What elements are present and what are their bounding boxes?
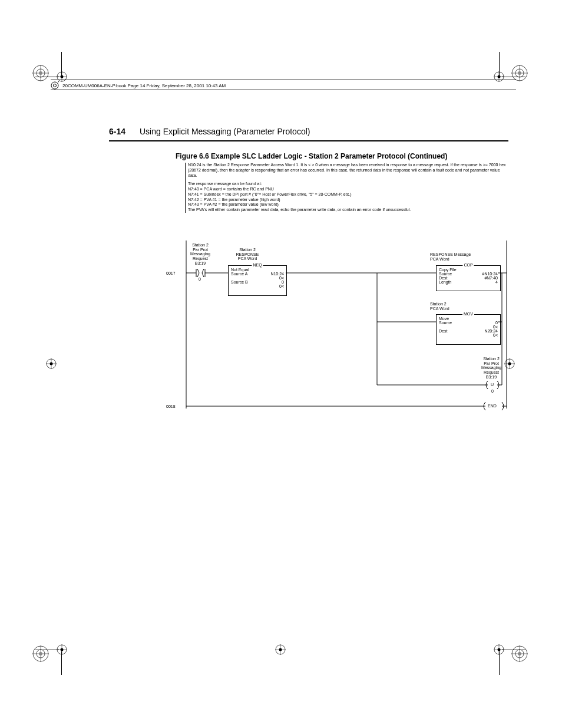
print-mark-tr-outer <box>511 65 528 81</box>
mov-dst-sub: 0< <box>493 333 498 337</box>
neq-block: NEQ Not Equal Source AN10:24 0< Source B… <box>228 265 287 296</box>
desc-p2d: N7:42 = PVA #1 = the parameter value (hi… <box>188 197 506 203</box>
mov-block: MOV Move Source0 0< DestN20:24 0< <box>436 314 501 345</box>
desc-p2a: The response message can be found at: <box>188 182 506 187</box>
cop-block: COP Copy File Source#N10:24 Dest#N7:40 L… <box>436 265 501 291</box>
cop-len-val: 4 <box>495 280 498 284</box>
svg-point-8 <box>61 75 64 78</box>
cop-name: Copy File <box>439 268 498 272</box>
section-title: Using Explicit Messaging (Parameter Prot… <box>140 127 310 136</box>
print-mark-bl-outer <box>32 645 49 662</box>
desc-p2f: The PVA's will either contain parameter … <box>188 207 506 213</box>
print-mark-mb <box>275 644 286 655</box>
svg-point-39 <box>50 363 53 365</box>
svg-line-68 <box>197 269 199 273</box>
desc-p2e: N7:43 = PVA #2 = the parameter value (lo… <box>188 202 506 207</box>
crop-line <box>499 52 500 75</box>
svg-line-70 <box>202 269 204 273</box>
neq-srcb-sub: 0< <box>279 284 284 288</box>
svg-line-50 <box>58 81 59 83</box>
mov-top-label: Station 2 PCA Word <box>430 302 465 311</box>
desc-p1: N10:24 is the Station 2 Response Paramet… <box>188 163 506 178</box>
mov-dst-lbl: Dest <box>439 329 447 333</box>
svg-point-49 <box>54 84 57 87</box>
mov-dst-val: N20:24 <box>484 329 498 333</box>
svg-point-17 <box>498 75 501 78</box>
cop-dst-lbl: Dest <box>439 276 447 280</box>
mov-title: MOV <box>462 312 474 316</box>
figure-description: N10:24 is the Station 2 Response Paramet… <box>185 163 506 213</box>
coil-sym: U <box>491 383 494 387</box>
cop-src-lbl: Source <box>439 272 452 276</box>
ring-icon <box>51 81 59 90</box>
mov-src-lbl: Source <box>439 321 452 325</box>
cop-title: COP <box>462 263 474 267</box>
mov-name: Move <box>439 317 498 321</box>
section-rule <box>109 140 508 141</box>
neq-title: NEQ <box>252 263 263 267</box>
page-number: 6-14 <box>109 127 125 136</box>
contact-label: Station 2 Par Prot Messaging Request B3:… <box>186 243 214 265</box>
crop-line <box>35 650 59 650</box>
figure-title: Figure 6.6 Example SLC Ladder Logic - St… <box>176 152 447 160</box>
neq-srcb-lbl: Source B <box>231 280 248 284</box>
neq-srca-lbl: Source A <box>231 272 247 276</box>
neq-name: Not Equal <box>231 268 284 272</box>
svg-line-69 <box>197 273 199 277</box>
neq-srcb-val: 0 <box>282 280 284 284</box>
desc-p2b: N7:40 = PCA word = contains the RC and P… <box>188 187 506 192</box>
rung-number-0017: 0017 <box>166 271 176 275</box>
crop-line <box>35 77 59 77</box>
cop-dst-val: #N7:40 <box>484 276 498 280</box>
neq-top-label: Station 2 RESPONSE PCA Word <box>230 248 265 261</box>
crop-line <box>502 77 525 77</box>
svg-point-13 <box>518 71 521 75</box>
svg-point-48 <box>51 82 58 89</box>
neq-srca-sub: 0< <box>279 276 284 280</box>
crop-line <box>61 651 62 675</box>
mov-src-sub: 0< <box>493 325 498 329</box>
coil-label: Station 2 Par Prot Messaging Request B3:… <box>477 357 505 379</box>
crop-line <box>61 52 62 75</box>
cop-src-val: #N10:24 <box>482 272 498 276</box>
rung-number-0018: 0018 <box>166 404 176 409</box>
header-rule <box>51 90 516 90</box>
print-mark-tl-outer <box>32 65 49 81</box>
crop-line <box>499 651 500 675</box>
svg-point-4 <box>39 71 42 75</box>
cop-top-label: RESPONSE Message PCA Word <box>430 252 489 261</box>
svg-point-26 <box>61 648 64 651</box>
coil-bit: 0 <box>491 389 494 394</box>
mov-src-val: 0 <box>495 321 498 325</box>
svg-point-22 <box>39 652 42 655</box>
svg-point-31 <box>518 652 521 655</box>
print-mark-br-outer <box>511 645 528 662</box>
end-symbol: END <box>488 404 497 408</box>
cop-len-lbl: Length <box>439 280 451 284</box>
svg-point-47 <box>279 648 282 651</box>
svg-line-71 <box>202 273 204 277</box>
file-info-text: 20COMM-UM006A-EN-P.book Page 14 Friday, … <box>62 83 226 88</box>
crop-line <box>502 650 525 650</box>
neq-srca-val: N10:24 <box>270 272 284 276</box>
svg-point-35 <box>498 648 501 651</box>
print-mark-ml <box>46 358 57 369</box>
desc-p2c: N7:41 = Subindex = the DPI port # ("0"= … <box>188 192 506 197</box>
doc-header: 20COMM-UM006A-EN-P.book Page 14 Friday, … <box>51 80 516 90</box>
contact-bit: 0 <box>199 277 201 282</box>
